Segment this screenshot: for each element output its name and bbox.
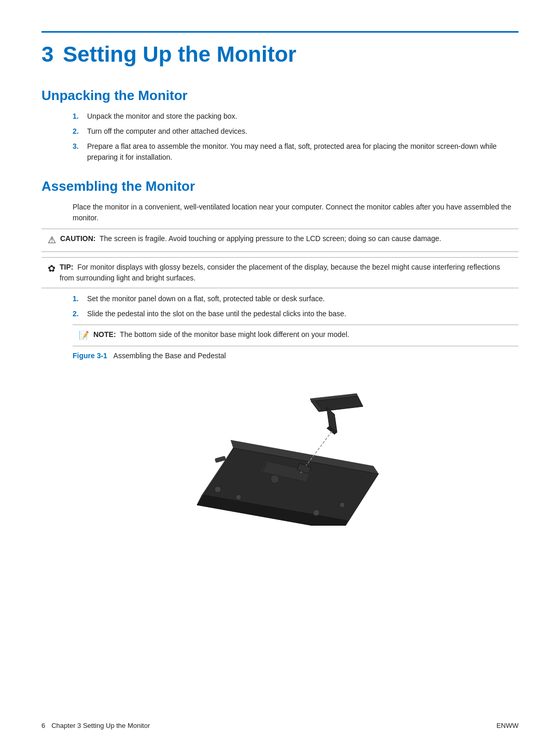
chapter-number: 3 [41,42,53,67]
step-text-2: Slide the pedestal into the slot on the … [87,308,519,319]
list-text-2: Turn off the computer and other attached… [87,126,519,137]
list-item: 1. Unpack the monitor and store the pack… [73,111,519,122]
step-text-1: Set the monitor panel down on a flat, so… [87,293,519,304]
tip-box: ✿ TIP: For monitor displays with glossy … [41,257,519,288]
caution-box: ⚠ CAUTION: The screen is fragile. Avoid … [41,229,519,252]
step-num-2: 2. [73,308,87,319]
svg-point-6 [313,510,319,516]
note-body: The bottom side of the monitor base migh… [120,330,349,339]
figure-caption: Assembling the Base and Pedestal [114,352,226,360]
figure-label: Figure 3-1 Assembling the Base and Pedes… [41,352,519,360]
section-title-unpacking: Unpacking the Monitor [41,88,519,104]
page-footer: 6 Chapter 3 Setting Up the Monitor ENWW [41,722,519,729]
section-title-assembling: Assembling the Monitor [41,178,519,194]
monitor-svg [171,365,389,526]
svg-point-5 [236,495,241,500]
footer-locale: ENWW [496,722,519,729]
list-item: 2. Turn off the computer and other attac… [73,126,519,137]
list-num-3: 3. [73,141,87,152]
assembling-body-text: Place the monitor in a convenient, well-… [41,202,519,223]
list-num-1: 1. [73,111,87,122]
page: 3 Setting Up the Monitor Unpacking the M… [0,0,560,745]
section-assembling: Assembling the Monitor Place the monitor… [41,178,519,526]
assembling-steps-list: 1. Set the monitor panel down on a flat,… [41,293,519,319]
caution-text: CAUTION: The screen is fragile. Avoid to… [60,233,441,244]
svg-point-4 [215,486,221,493]
list-item: 2. Slide the pedestal into the slot on t… [73,308,519,319]
caution-icon: ⚠ [48,233,56,247]
step-num-1: 1. [73,293,87,304]
svg-point-7 [340,502,345,508]
tip-body: For monitor displays with glossy bezels,… [60,263,500,282]
chapter-header: 3 Setting Up the Monitor [41,31,519,67]
figure-label-text: Figure 3-1 [73,352,107,360]
note-label: NOTE: [93,330,116,339]
list-num-2: 2. [73,126,87,137]
note-box: 📝 NOTE: The bottom side of the monitor b… [73,325,519,346]
caution-body: The screen is fragile. Avoid touching or… [100,234,441,243]
list-item: 1. Set the monitor panel down on a flat,… [73,293,519,304]
chapter-title: Setting Up the Monitor [63,42,296,67]
list-text-1: Unpack the monitor and store the packing… [87,111,519,122]
note-text: NOTE: The bottom side of the monitor bas… [93,329,349,340]
footer-page-number: 6 [41,722,45,729]
note-icon: 📝 [79,329,89,342]
svg-point-8 [271,475,279,483]
list-text-3: Prepare a flat area to assemble the moni… [87,141,519,163]
unpacking-list: 1. Unpack the monitor and store the pack… [41,111,519,163]
list-item: 3. Prepare a flat area to assemble the m… [73,141,519,163]
footer-chapter-ref: Chapter 3 Setting Up the Monitor [51,722,150,729]
figure-area [41,365,519,526]
tip-icon: ✿ [48,262,55,276]
caution-label: CAUTION: [60,234,95,243]
footer-left: 6 Chapter 3 Setting Up the Monitor [41,722,150,729]
tip-label: TIP: [60,263,73,271]
section-unpacking: Unpacking the Monitor 1. Unpack the moni… [41,88,519,163]
tip-text: TIP: For monitor displays with glossy be… [60,262,512,284]
